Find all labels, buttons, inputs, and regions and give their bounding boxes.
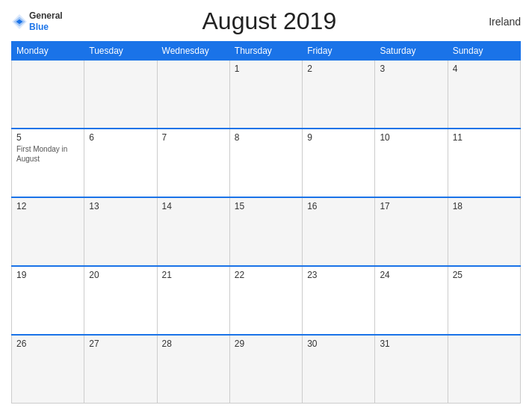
cell-w1-d6: 11 (448, 129, 520, 197)
cell-w4-d1: 27 (84, 335, 157, 404)
cell-w4-d6 (448, 335, 520, 404)
day-number-10: 10 (380, 132, 442, 143)
day-number-13: 13 (89, 201, 152, 211)
cell-w0-d3: 1 (229, 61, 302, 129)
week-row-2: 12131415161718 (12, 197, 521, 266)
cell-w0-d0 (12, 61, 84, 129)
cell-w2-d5: 17 (375, 197, 448, 266)
day-number-4: 4 (453, 64, 516, 74)
cell-w0-d6: 4 (448, 61, 520, 129)
week-row-4: 262728293031 (12, 335, 521, 404)
cell-w4-d3: 29 (229, 335, 302, 404)
cell-w2-d2: 14 (157, 197, 229, 266)
cell-w3-d4: 23 (303, 266, 375, 335)
day-number-5: 5 (16, 132, 79, 143)
header-friday: Friday (303, 42, 375, 61)
cell-w1-d1: 6 (84, 129, 157, 197)
cell-w3-d0: 19 (12, 266, 84, 335)
day-number-15: 15 (235, 201, 297, 211)
day-number-26: 26 (16, 339, 79, 349)
cell-w0-d4: 2 (303, 61, 375, 129)
day-number-11: 11 (453, 132, 516, 143)
day-number-21: 21 (162, 270, 225, 280)
country-label: Ireland (476, 16, 521, 28)
day-number-1: 1 (235, 64, 297, 74)
day-number-28: 28 (162, 339, 225, 349)
logo-text: General Blue (29, 10, 63, 32)
day-number-6: 6 (89, 132, 152, 143)
cell-w1-d0: 5First Monday in August (12, 129, 84, 197)
day-number-22: 22 (235, 270, 297, 280)
cell-w4-d4: 30 (303, 335, 375, 404)
day-number-31: 31 (380, 339, 442, 349)
day-number-17: 17 (380, 201, 442, 211)
month-title: August 2019 (63, 7, 476, 35)
logo-blue-text: Blue (29, 22, 63, 32)
cell-w4-d0: 26 (12, 335, 84, 404)
cell-w2-d4: 16 (303, 197, 375, 266)
cell-w3-d2: 21 (157, 266, 229, 335)
day-number-27: 27 (89, 339, 152, 349)
day-number-3: 3 (380, 64, 442, 74)
calendar-header: General Blue August 2019 Ireland (11, 7, 521, 35)
header-sunday: Sunday (448, 42, 520, 61)
cell-w4-d5: 31 (375, 335, 448, 404)
cell-w1-d4: 9 (303, 129, 375, 197)
header-tuesday: Tuesday (84, 42, 157, 61)
calendar-table: Monday Tuesday Wednesday Thursday Friday… (11, 41, 521, 404)
cell-w3-d5: 24 (375, 266, 448, 335)
cell-w4-d2: 28 (157, 335, 229, 404)
day-number-7: 7 (162, 132, 225, 143)
calendar-header-row: Monday Tuesday Wednesday Thursday Friday… (12, 42, 521, 61)
cell-w0-d5: 3 (375, 61, 448, 129)
cell-w1-d5: 10 (375, 129, 448, 197)
logo-icon (11, 13, 28, 30)
day-number-25: 25 (453, 270, 516, 280)
header-saturday: Saturday (375, 42, 448, 61)
day-number-30: 30 (307, 339, 370, 349)
header-thursday: Thursday (229, 42, 302, 61)
logo: General Blue (11, 10, 63, 32)
cell-w1-d2: 7 (157, 129, 229, 197)
cell-w2-d6: 18 (448, 197, 520, 266)
week-row-0: 1234 (12, 61, 521, 129)
cell-w2-d0: 12 (12, 197, 84, 266)
day-number-19: 19 (16, 270, 79, 280)
cell-w3-d3: 22 (229, 266, 302, 335)
calendar-body: 12345First Monday in August6789101112131… (12, 61, 521, 404)
week-row-3: 19202122232425 (12, 266, 521, 335)
weekday-header-row: Monday Tuesday Wednesday Thursday Friday… (12, 42, 521, 61)
event-label-5: First Monday in August (16, 144, 79, 164)
day-number-9: 9 (307, 132, 370, 143)
header-monday: Monday (12, 42, 84, 61)
day-number-20: 20 (89, 270, 152, 280)
day-number-29: 29 (235, 339, 297, 349)
header-wednesday: Wednesday (157, 42, 229, 61)
cell-w1-d3: 8 (229, 129, 302, 197)
day-number-12: 12 (16, 201, 79, 211)
day-number-23: 23 (307, 270, 370, 280)
calendar-wrapper: General Blue August 2019 Ireland Monday … (0, 0, 532, 411)
day-number-2: 2 (307, 64, 370, 74)
week-row-1: 5First Monday in August67891011 (12, 129, 521, 197)
cell-w3-d1: 20 (84, 266, 157, 335)
day-number-24: 24 (380, 270, 442, 280)
day-number-18: 18 (453, 201, 516, 211)
cell-w2-d1: 13 (84, 197, 157, 266)
cell-w0-d2 (157, 61, 229, 129)
logo-general: General (29, 10, 63, 21)
day-number-8: 8 (235, 132, 297, 143)
cell-w0-d1 (84, 61, 157, 129)
day-number-16: 16 (307, 201, 370, 211)
cell-w2-d3: 15 (229, 197, 302, 266)
cell-w3-d6: 25 (448, 266, 520, 335)
day-number-14: 14 (162, 201, 225, 211)
